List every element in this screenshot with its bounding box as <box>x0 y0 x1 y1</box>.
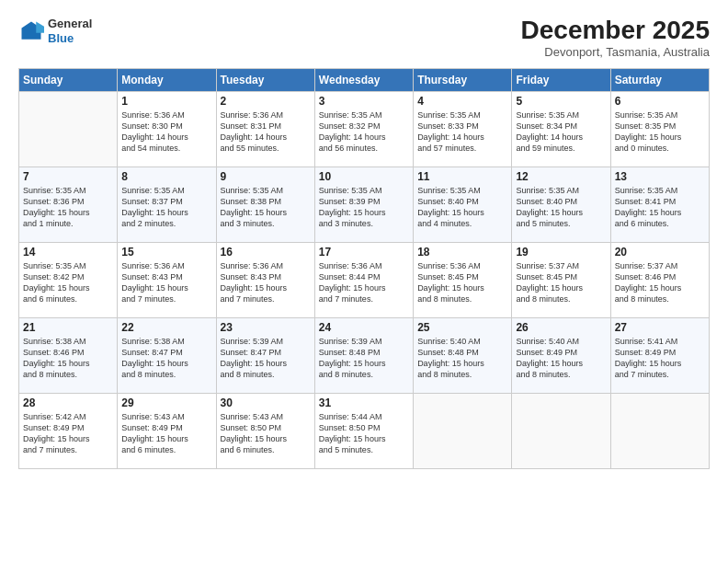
day-info: Sunrise: 5:40 AM Sunset: 8:48 PM Dayligh… <box>417 336 507 381</box>
day-number: 12 <box>516 170 606 183</box>
calendar-day-2: 2Sunrise: 5:36 AM Sunset: 8:31 PM Daylig… <box>216 91 314 167</box>
day-info: Sunrise: 5:35 AM Sunset: 8:42 PM Dayligh… <box>23 260 113 305</box>
calendar-week-2: 7Sunrise: 5:35 AM Sunset: 8:36 PM Daylig… <box>19 167 710 242</box>
day-number: 31 <box>319 396 409 409</box>
calendar-week-3: 14Sunrise: 5:35 AM Sunset: 8:42 PM Dayli… <box>19 242 710 317</box>
day-number: 6 <box>615 95 705 108</box>
day-info: Sunrise: 5:38 AM Sunset: 8:47 PM Dayligh… <box>121 336 211 381</box>
day-info: Sunrise: 5:37 AM Sunset: 8:45 PM Dayligh… <box>516 260 606 305</box>
calendar-day-31: 31Sunrise: 5:44 AM Sunset: 8:50 PM Dayli… <box>314 393 413 468</box>
logo-icon <box>18 18 44 44</box>
day-info: Sunrise: 5:44 AM Sunset: 8:50 PM Dayligh… <box>319 411 409 456</box>
day-number: 26 <box>516 321 606 334</box>
col-header-wednesday: Wednesday <box>314 68 413 91</box>
calendar-day-24: 24Sunrise: 5:39 AM Sunset: 8:48 PM Dayli… <box>314 317 413 393</box>
day-info: Sunrise: 5:35 AM Sunset: 8:40 PM Dayligh… <box>516 185 606 230</box>
day-info: Sunrise: 5:39 AM Sunset: 8:47 PM Dayligh… <box>221 336 311 381</box>
day-info: Sunrise: 5:35 AM Sunset: 8:37 PM Dayligh… <box>121 185 211 230</box>
header: General Blue December 2025 Devonport, Ta… <box>18 17 710 59</box>
day-number: 25 <box>417 321 507 334</box>
day-number: 1 <box>121 95 211 108</box>
day-number: 23 <box>221 321 311 334</box>
day-info: Sunrise: 5:42 AM Sunset: 8:49 PM Dayligh… <box>23 411 113 456</box>
calendar-table: SundayMondayTuesdayWednesdayThursdayFrid… <box>18 68 710 469</box>
day-info: Sunrise: 5:43 AM Sunset: 8:49 PM Dayligh… <box>121 411 211 456</box>
day-number: 28 <box>23 396 113 409</box>
day-info: Sunrise: 5:38 AM Sunset: 8:46 PM Dayligh… <box>23 336 113 381</box>
calendar-empty <box>512 393 610 468</box>
day-number: 7 <box>23 170 113 183</box>
calendar-day-9: 9Sunrise: 5:35 AM Sunset: 8:38 PM Daylig… <box>216 167 314 242</box>
day-number: 10 <box>319 170 409 183</box>
day-number: 2 <box>221 95 311 108</box>
day-number: 29 <box>121 396 211 409</box>
calendar-day-21: 21Sunrise: 5:38 AM Sunset: 8:46 PM Dayli… <box>19 317 118 393</box>
col-header-friday: Friday <box>512 68 610 91</box>
day-info: Sunrise: 5:40 AM Sunset: 8:49 PM Dayligh… <box>516 336 606 381</box>
day-number: 3 <box>319 95 409 108</box>
calendar-day-19: 19Sunrise: 5:37 AM Sunset: 8:45 PM Dayli… <box>512 242 610 317</box>
logo: General Blue <box>18 17 92 45</box>
day-info: Sunrise: 5:35 AM Sunset: 8:41 PM Dayligh… <box>615 185 705 230</box>
calendar-day-5: 5Sunrise: 5:35 AM Sunset: 8:34 PM Daylig… <box>512 91 610 167</box>
calendar-day-27: 27Sunrise: 5:41 AM Sunset: 8:49 PM Dayli… <box>610 317 709 393</box>
calendar-day-10: 10Sunrise: 5:35 AM Sunset: 8:39 PM Dayli… <box>314 167 413 242</box>
calendar-day-18: 18Sunrise: 5:36 AM Sunset: 8:45 PM Dayli… <box>414 242 512 317</box>
calendar-day-29: 29Sunrise: 5:43 AM Sunset: 8:49 PM Dayli… <box>118 393 216 468</box>
calendar-day-13: 13Sunrise: 5:35 AM Sunset: 8:41 PM Dayli… <box>610 167 709 242</box>
calendar-day-26: 26Sunrise: 5:40 AM Sunset: 8:49 PM Dayli… <box>512 317 610 393</box>
day-info: Sunrise: 5:36 AM Sunset: 8:45 PM Dayligh… <box>417 260 507 305</box>
calendar-day-8: 8Sunrise: 5:35 AM Sunset: 8:37 PM Daylig… <box>118 167 216 242</box>
page: General Blue December 2025 Devonport, Ta… <box>0 0 728 563</box>
month-title: December 2025 <box>521 17 710 45</box>
day-info: Sunrise: 5:35 AM Sunset: 8:34 PM Dayligh… <box>516 109 606 155</box>
calendar-day-23: 23Sunrise: 5:39 AM Sunset: 8:47 PM Dayli… <box>216 317 314 393</box>
calendar-header-row: SundayMondayTuesdayWednesdayThursdayFrid… <box>19 68 710 91</box>
calendar-day-15: 15Sunrise: 5:36 AM Sunset: 8:43 PM Dayli… <box>118 242 216 317</box>
day-info: Sunrise: 5:41 AM Sunset: 8:49 PM Dayligh… <box>615 336 705 381</box>
col-header-tuesday: Tuesday <box>216 68 314 91</box>
day-number: 15 <box>121 246 211 259</box>
calendar-day-4: 4Sunrise: 5:35 AM Sunset: 8:33 PM Daylig… <box>414 91 512 167</box>
col-header-thursday: Thursday <box>414 68 512 91</box>
day-number: 19 <box>516 246 606 259</box>
calendar-week-1: 1Sunrise: 5:36 AM Sunset: 8:30 PM Daylig… <box>19 91 710 167</box>
day-number: 27 <box>615 321 705 334</box>
day-info: Sunrise: 5:43 AM Sunset: 8:50 PM Dayligh… <box>221 411 311 456</box>
day-info: Sunrise: 5:35 AM Sunset: 8:40 PM Dayligh… <box>417 185 507 230</box>
calendar-day-12: 12Sunrise: 5:35 AM Sunset: 8:40 PM Dayli… <box>512 167 610 242</box>
day-number: 18 <box>417 246 507 259</box>
col-header-sunday: Sunday <box>19 68 118 91</box>
day-info: Sunrise: 5:36 AM Sunset: 8:31 PM Dayligh… <box>221 109 311 155</box>
title-block: December 2025 Devonport, Tasmania, Austr… <box>521 17 710 59</box>
calendar-day-7: 7Sunrise: 5:35 AM Sunset: 8:36 PM Daylig… <box>19 167 118 242</box>
calendar-day-20: 20Sunrise: 5:37 AM Sunset: 8:46 PM Dayli… <box>610 242 709 317</box>
day-number: 11 <box>417 170 507 183</box>
day-info: Sunrise: 5:35 AM Sunset: 8:33 PM Dayligh… <box>417 109 507 155</box>
day-info: Sunrise: 5:37 AM Sunset: 8:46 PM Dayligh… <box>615 260 705 305</box>
day-number: 8 <box>121 170 211 183</box>
calendar-day-6: 6Sunrise: 5:35 AM Sunset: 8:35 PM Daylig… <box>610 91 709 167</box>
calendar-week-4: 21Sunrise: 5:38 AM Sunset: 8:46 PM Dayli… <box>19 317 710 393</box>
day-info: Sunrise: 5:35 AM Sunset: 8:32 PM Dayligh… <box>319 109 409 155</box>
day-number: 13 <box>615 170 705 183</box>
subtitle: Devonport, Tasmania, Australia <box>521 45 710 59</box>
day-number: 22 <box>121 321 211 334</box>
day-number: 30 <box>221 396 311 409</box>
day-number: 4 <box>417 95 507 108</box>
day-number: 9 <box>221 170 311 183</box>
day-number: 17 <box>319 246 409 259</box>
calendar-day-1: 1Sunrise: 5:36 AM Sunset: 8:30 PM Daylig… <box>118 91 216 167</box>
day-info: Sunrise: 5:35 AM Sunset: 8:39 PM Dayligh… <box>319 185 409 230</box>
calendar-empty <box>610 393 709 468</box>
logo-text: General Blue <box>48 17 92 45</box>
calendar-week-5: 28Sunrise: 5:42 AM Sunset: 8:49 PM Dayli… <box>19 393 710 468</box>
calendar-day-14: 14Sunrise: 5:35 AM Sunset: 8:42 PM Dayli… <box>19 242 118 317</box>
day-info: Sunrise: 5:36 AM Sunset: 8:43 PM Dayligh… <box>221 260 311 305</box>
day-info: Sunrise: 5:36 AM Sunset: 8:43 PM Dayligh… <box>121 260 211 305</box>
calendar-day-11: 11Sunrise: 5:35 AM Sunset: 8:40 PM Dayli… <box>414 167 512 242</box>
calendar-day-22: 22Sunrise: 5:38 AM Sunset: 8:47 PM Dayli… <box>118 317 216 393</box>
day-number: 20 <box>615 246 705 259</box>
day-number: 5 <box>516 95 606 108</box>
day-info: Sunrise: 5:36 AM Sunset: 8:44 PM Dayligh… <box>319 260 409 305</box>
